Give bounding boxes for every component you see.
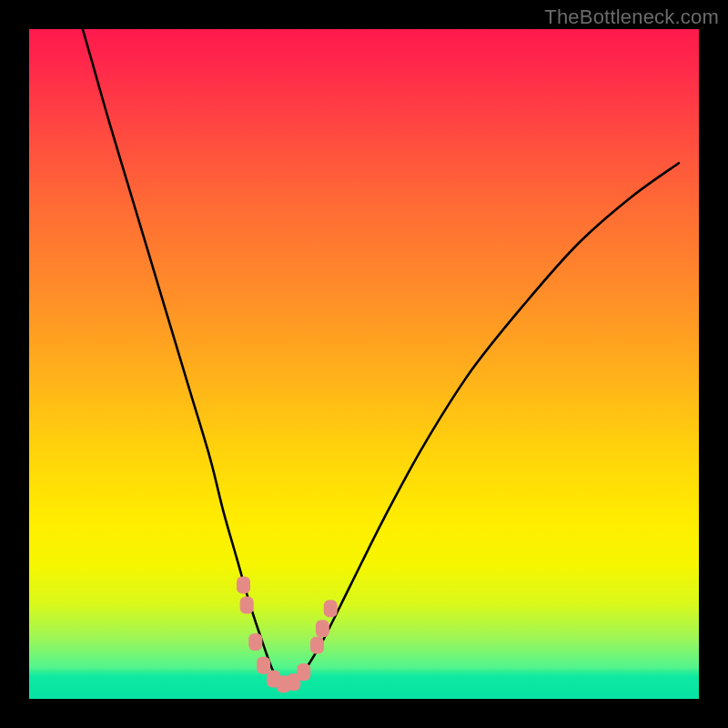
curve-marker bbox=[297, 663, 310, 681]
watermark-text: TheBottleneck.com bbox=[544, 5, 719, 29]
curve-marker bbox=[316, 620, 329, 637]
curve-marker bbox=[324, 600, 338, 617]
chart-svg bbox=[29, 29, 699, 699]
curve-marker bbox=[257, 657, 270, 674]
curve-marker bbox=[240, 596, 254, 613]
curve-markers bbox=[237, 576, 338, 693]
plot-area bbox=[29, 29, 699, 699]
curve-marker bbox=[237, 576, 250, 593]
chart-frame: TheBottleneck.com bbox=[0, 0, 728, 728]
curve-marker bbox=[310, 637, 324, 654]
bottleneck-curve bbox=[83, 29, 679, 687]
curve-marker bbox=[248, 633, 262, 651]
